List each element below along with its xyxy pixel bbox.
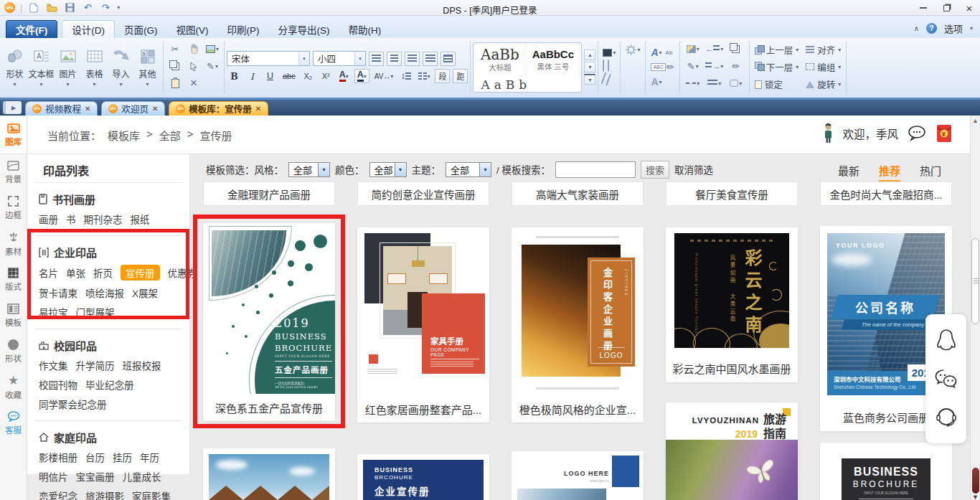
- cat-link[interactable]: 作文集: [39, 358, 68, 372]
- cat-link[interactable]: 儿童成长: [123, 469, 161, 484]
- template-card-hardware[interactable]: 2019 BUSINESS BROCHURE INPUT YOUR SLOGAN…: [203, 223, 335, 421]
- template-card-logohere[interactable]: LOGO HERE www.dps.cn: [512, 451, 644, 500]
- style-filter-select[interactable]: 全部▼: [288, 162, 330, 177]
- bold-button[interactable]: B: [227, 69, 242, 83]
- copy-button[interactable]: [171, 62, 179, 70]
- breadcrumb-all[interactable]: 全部: [159, 128, 181, 143]
- cat-link[interactable]: 家庭影集: [132, 489, 171, 500]
- style-scroll-down[interactable]: ▼: [584, 62, 595, 72]
- cat-link[interactable]: 名片: [39, 265, 58, 280]
- template-card[interactable]: 简约创意企业宣传画册: [357, 181, 489, 206]
- gear-icon[interactable]: ▾: [626, 44, 640, 55]
- close-tab-icon[interactable]: ✕: [255, 105, 261, 113]
- indent-right-button[interactable]: →▾: [705, 62, 723, 70]
- cat-link[interactable]: 毕业纪念册: [85, 377, 134, 392]
- cat-link[interactable]: 宝宝画册: [76, 469, 115, 484]
- align-left-button[interactable]: [369, 52, 384, 66]
- highlight-color-button[interactable]: A▾: [354, 69, 369, 83]
- align-center-button[interactable]: [387, 52, 402, 66]
- line-spacing-button[interactable]: ↕: [398, 69, 413, 83]
- bring-forward-button[interactable]: 上一层▾: [755, 42, 799, 57]
- outline-pen-button[interactable]: ✎▾: [687, 61, 699, 72]
- template-card[interactable]: 高端大气家装画册: [512, 181, 644, 206]
- options-caret-icon[interactable]: ▾: [970, 25, 973, 32]
- menu-design[interactable]: 设计(D): [62, 20, 115, 38]
- text-style-gallery[interactable]: AaBb 大标题 AaBbCc 黑体 三号 AaBb: [473, 42, 582, 93]
- italic-button[interactable]: I: [245, 69, 260, 83]
- style-item-title[interactable]: AaBb 大标题: [473, 43, 527, 77]
- cat-link[interactable]: 台历: [85, 450, 105, 464]
- sidebar-item-gallery[interactable]: 图库: [0, 115, 27, 154]
- cat-link[interactable]: 旅游摄影: [85, 489, 124, 500]
- cat-link[interactable]: 期刊杂志: [84, 212, 123, 226]
- style-item-heiti[interactable]: AaBbCc 黑体 三号: [527, 43, 580, 77]
- insert-table-button[interactable]: 表格▾: [81, 47, 108, 88]
- menu-page[interactable]: 页面(G): [115, 20, 167, 38]
- distribute-text-button[interactable]: [440, 52, 456, 66]
- new-document-button[interactable]: [27, 2, 40, 14]
- select-cursor-button[interactable]: [190, 62, 197, 71]
- template-card-travel[interactable]: LVYOUZHINAN旅游 2019指南: [666, 402, 798, 500]
- font-color-button[interactable]: A▾: [336, 69, 352, 83]
- options-button[interactable]: 选项: [944, 22, 963, 35]
- scroll-down-arrow[interactable]: ▼: [971, 494, 980, 500]
- template-card-orange[interactable]: 金印客企业画册 JINYINKE LOGO 橙色极简风格的企业宣...: [512, 227, 644, 423]
- template-card[interactable]: 金融理财产品画册: [203, 181, 335, 206]
- sidebar-item-layout[interactable]: 版式: [0, 262, 27, 298]
- tab-welcome[interactable]: DPS 欢迎页 ✕: [101, 101, 165, 115]
- close-tab-icon[interactable]: ✕: [152, 105, 158, 113]
- cat-link[interactable]: 报纸: [131, 212, 150, 226]
- fill-color-button[interactable]: ▾: [687, 45, 699, 53]
- sort-hot[interactable]: 热门: [920, 163, 941, 182]
- scroll-up-arrow[interactable]: ▲: [971, 118, 980, 124]
- delete-button[interactable]: ×: [190, 76, 197, 90]
- shape-style-button[interactable]: ▾: [730, 80, 742, 87]
- break-link-button[interactable]: [601, 72, 617, 87]
- sidebar-item-favorites[interactable]: ★ 收藏: [0, 369, 27, 405]
- paste-button[interactable]: [171, 79, 179, 88]
- qq-icon[interactable]: [936, 329, 957, 352]
- cat-link[interactable]: 影楼相册: [39, 450, 77, 464]
- font-size-select[interactable]: 小四▾: [313, 51, 366, 66]
- wechat-icon[interactable]: [934, 369, 958, 389]
- quick-access-customize-caret[interactable]: ▾: [117, 4, 120, 11]
- cat-link[interactable]: 升学简历: [76, 358, 115, 372]
- align-right-button[interactable]: [405, 52, 420, 66]
- replace-picture-button[interactable]: ▾: [206, 45, 219, 53]
- subscript-button[interactable]: X₂: [301, 69, 316, 83]
- help-icon[interactable]: ?: [926, 23, 937, 34]
- format-brush-button[interactable]: ✏: [732, 61, 740, 72]
- sidebar-item-background[interactable]: 背景: [0, 154, 27, 190]
- underline-button[interactable]: U: [263, 69, 278, 83]
- close-button[interactable]: ×: [964, 3, 974, 13]
- customer-service-headset-icon[interactable]: [935, 406, 958, 429]
- paragraph-button[interactable]: 段: [435, 69, 450, 83]
- link-button[interactable]: [603, 60, 616, 71]
- wordart-button[interactable]: A▾: [651, 76, 674, 88]
- cut-button[interactable]: ✂: [171, 44, 179, 55]
- style-gallery-more[interactable]: ▼: [584, 74, 595, 85]
- insert-other-button[interactable]: 5 其他▾: [134, 47, 161, 88]
- template-card-yunnan[interactable]: 彩云之南 风景如画 大美云南 Picturesque great beauty …: [666, 227, 798, 382]
- insert-shape-button[interactable]: 形状▾: [1, 47, 28, 88]
- undo-button[interactable]: ↶: [81, 2, 94, 14]
- red-envelope-icon[interactable]: ¥: [936, 123, 953, 143]
- cat-link[interactable]: 恋爱纪念: [39, 489, 77, 500]
- cat-link[interactable]: 单张: [66, 265, 85, 280]
- cat-link[interactable]: 明信片: [39, 469, 68, 484]
- tab-video-tutorial[interactable]: DPS 视频教程 ✕: [25, 101, 98, 115]
- cat-link[interactable]: 画册: [39, 212, 58, 226]
- template-card[interactable]: 金色时尚大气金融招商...: [820, 181, 952, 206]
- cat-link[interactable]: 校园刊物: [39, 377, 77, 392]
- template-card-luggage[interactable]: BUSINESS BROCHURE INPUT YOUR SLOGAN HERE…: [820, 443, 952, 500]
- columns-button[interactable]: ▾: [416, 69, 432, 83]
- close-tab-icon[interactable]: ✕: [85, 105, 90, 113]
- indent-left-button[interactable]: ←▾: [705, 44, 723, 53]
- tab-template-library[interactable]: DPS 模板库：宣传册 ✕: [169, 101, 268, 115]
- insert-picture-button[interactable]: 图片▾: [55, 47, 81, 88]
- align-justify-button[interactable]: [423, 52, 438, 66]
- template-card-home[interactable]: 家具手册 OUR COMPANY PAGE 红色家居画册整套产品...: [357, 227, 489, 423]
- sidebar-item-material[interactable]: 素材: [0, 226, 27, 262]
- sidebar-item-border[interactable]: 边框: [0, 190, 27, 226]
- cat-link[interactable]: 贺卡请柬: [39, 286, 77, 300]
